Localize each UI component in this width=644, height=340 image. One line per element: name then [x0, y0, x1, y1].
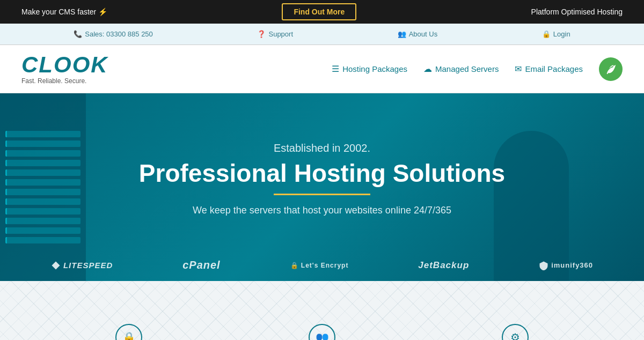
support-link[interactable]: ❓ Support — [257, 30, 293, 38]
about-link[interactable]: 👥 About Us — [398, 30, 437, 38]
phone-icon: 📞 — [74, 30, 82, 38]
lock-icon: 🔒 — [542, 30, 551, 38]
imunify360-logo: imunify360 — [539, 261, 593, 270]
nav-email-packages[interactable]: ✉ Email Packages — [515, 64, 583, 74]
email-icon: ✉ — [515, 64, 522, 74]
support-icon: ❓ — [257, 30, 266, 38]
partner-logos-row: LITESPEED cPanel 🔒 Let's Encrypt JetBack… — [0, 259, 644, 281]
nav-hosting-packages[interactable]: ☰ Hosting Packages — [332, 64, 407, 74]
imunify-icon — [539, 261, 548, 270]
litespeed-icon — [51, 261, 61, 270]
hero-rack-decoration — [0, 93, 86, 281]
find-out-more-button[interactable]: Find Out More — [282, 3, 356, 20]
green-action-button[interactable] — [599, 57, 623, 81]
banner-right-text: Platform Optimised Hosting — [531, 8, 623, 16]
cloud-icon: ☁ — [423, 64, 432, 74]
bottom-icons-row: 🔒 👥 ⚙ — [0, 281, 644, 340]
hero-person-decoration — [494, 104, 601, 281]
litespeed-logo: LITESPEED — [51, 261, 113, 270]
top-banner: Make your CMS faster ⚡ Find Out More Pla… — [0, 0, 644, 24]
main-nav: ☰ Hosting Packages ☁ Managed Servers ✉ E… — [332, 57, 623, 81]
header: CLOOK Fast. Reliable. Secure. ☰ Hosting … — [0, 45, 644, 93]
hero-content: Established in 2002. Professional Hostin… — [139, 142, 505, 232]
bottom-icon-item-3: ⚙ — [502, 324, 529, 340]
hero-subtitle: We keep the servers that host your websi… — [139, 205, 505, 216]
bottom-icon-3: ⚙ — [502, 324, 529, 340]
logo: CLOOK — [21, 54, 108, 76]
bottom-teaser-section: 🔒 👥 ⚙ — [0, 281, 644, 340]
utility-bar: 📞 Sales: 03300 885 250 ❓ Support 👥 About… — [0, 24, 644, 45]
logo-tagline: Fast. Reliable. Secure. — [21, 77, 108, 85]
login-link[interactable]: 🔒 Login — [542, 30, 570, 38]
banner-left-text: Make your CMS faster ⚡ — [21, 8, 107, 16]
bottom-icon-1: 🔒 — [115, 324, 142, 340]
svg-marker-0 — [52, 261, 60, 269]
hero-divider — [274, 194, 370, 195]
bottom-icon-item-2: 👥 — [309, 324, 335, 340]
hero-established-text: Established in 2002. — [139, 142, 505, 154]
bottom-icon-item-1: 🔒 — [115, 324, 142, 340]
bottom-icon-2: 👥 — [309, 324, 335, 340]
nav-managed-servers[interactable]: ☁ Managed Servers — [423, 64, 499, 74]
hero-title: Professional Hosting Solutions — [139, 160, 505, 187]
hero-section: Established in 2002. Professional Hostin… — [0, 93, 644, 281]
letsencrypt-logo: 🔒 Let's Encrypt — [290, 262, 349, 269]
jetbackup-logo: JetBackup — [418, 260, 469, 271]
cpanel-logo: cPanel — [182, 259, 220, 271]
leaf-icon — [605, 63, 617, 75]
sales-link[interactable]: 📞 Sales: 03300 885 250 — [74, 30, 153, 38]
about-icon: 👥 — [398, 30, 406, 38]
logo-area: CLOOK Fast. Reliable. Secure. — [21, 54, 108, 85]
list-icon: ☰ — [332, 64, 339, 74]
